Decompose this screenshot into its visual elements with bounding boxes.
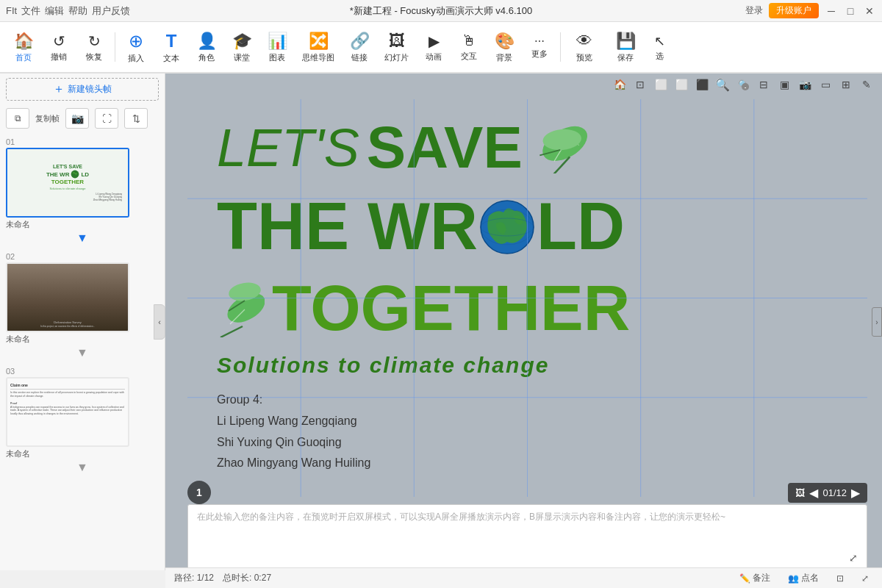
canvas-toolbar: 🏠 ⊡ ⬜ ⬜ ⬛ 🔍 🔍- ⊟ ▣ 📷 ▭ ⊞ ✎ <box>604 74 882 96</box>
main-area: ＋ 新建镜头帧 ⧉ 复制帧 📷 ⛶ ⇅ 01 <box>0 74 882 570</box>
sort-icon: ⇅ <box>132 113 140 124</box>
toolbar-chart[interactable]: 📊 图表 <box>259 25 295 69</box>
redo-label: 恢复 <box>86 51 102 62</box>
fit-status-button[interactable]: ⊡ <box>832 572 848 585</box>
toolbar-save[interactable]: 💾 保存 <box>605 25 646 69</box>
canvas-photo-btn[interactable]: 📷 <box>795 76 814 93</box>
camera-button[interactable]: 📷 <box>65 108 89 129</box>
svg-line-20 <box>220 326 243 337</box>
toolbar-mindmap[interactable]: 🔀 思维导图 <box>295 25 342 69</box>
close-button[interactable]: ✕ <box>863 4 876 18</box>
text-save: SAVE <box>367 114 523 182</box>
slide-item-2[interactable]: 02 Deforestation Survey In this project,… <box>0 248 165 346</box>
canvas-zoomout-btn[interactable]: 🔍- <box>734 76 753 93</box>
menu-file[interactable]: 文件 <box>21 4 40 18</box>
sort-button[interactable]: ⇅ <box>124 108 148 129</box>
annotation-button[interactable]: ✏️ 备注 <box>735 570 775 586</box>
status-right: ✏️ 备注 👥 点名 ⊡ ⤢ <box>735 570 873 586</box>
left-collapse-button[interactable]: ‹ <box>154 304 165 340</box>
status-path: 路径: 1/12 <box>174 572 214 584</box>
toolbar-insert[interactable]: ⊕ 插入 <box>118 25 154 69</box>
minimize-button[interactable]: ─ <box>825 4 838 18</box>
nav-prev-button[interactable]: ◀ <box>809 486 818 500</box>
fit-button[interactable]: ⛶ <box>95 108 118 129</box>
titlebar: FIt 文件 编辑 帮助 用户反馈 *新建工程 - Focusky动画演示大师 … <box>0 0 882 22</box>
slide-actions: ⧉ 复制帧 📷 ⛶ ⇅ <box>0 105 165 133</box>
canvas-align-btn[interactable]: ▣ <box>775 76 794 93</box>
toolbar-undo[interactable]: ↺ 撤销 <box>41 25 76 69</box>
insert-icon: ⊕ <box>129 31 143 51</box>
canvas-edit-btn[interactable]: ✎ <box>857 76 876 93</box>
toolbar-role[interactable]: 👤 角色 <box>189 25 224 69</box>
login-button[interactable]: 登录 <box>745 4 763 17</box>
text-solutions: Solutions to climate change <box>217 353 549 378</box>
slide-icon: 🖼 <box>389 32 405 51</box>
menu-fit[interactable]: FIt <box>6 5 17 16</box>
toolbar-home[interactable]: 🏠 首页 <box>6 25 41 69</box>
canvas-multi-btn[interactable]: ⬛ <box>692 76 711 93</box>
toolbar-class[interactable]: 🎓 课堂 <box>224 25 259 69</box>
copy-frame-button[interactable]: ⧉ <box>6 108 29 129</box>
redo-icon: ↻ <box>88 32 101 50</box>
toolbar-preview[interactable]: 👁 预览 <box>564 25 605 69</box>
statusbar: 路径: 1/12 总时长: 0:27 ✏️ 备注 👥 点名 ⊡ ⤢ <box>165 567 882 588</box>
slide-thumb-2: Deforestation Survey In this project, we… <box>6 262 129 332</box>
toolbar-select[interactable]: ↖ 选 <box>646 25 673 69</box>
slide-item-3[interactable]: 03 Claim one In this section we explore … <box>0 362 165 461</box>
annotation-label: 备注 <box>753 572 770 584</box>
canvas-grid2-btn[interactable]: ⊞ <box>836 76 856 93</box>
chart-label: 图表 <box>269 52 285 63</box>
toolbar-anim[interactable]: ▶ 动画 <box>416 25 451 69</box>
slide-num-3: 03 <box>6 367 15 376</box>
toolbar-link[interactable]: 🔗 链接 <box>342 25 377 69</box>
toolbar-slide[interactable]: 🖼 幻灯片 <box>377 25 416 69</box>
canvas-frame-btn[interactable]: ⬜ <box>651 76 670 93</box>
canvas-home-btn[interactable]: 🏠 <box>610 76 629 93</box>
toolbar-interact[interactable]: 🖱 交互 <box>451 25 487 69</box>
chart-icon: 📊 <box>268 32 287 51</box>
anim-label: 动画 <box>426 51 442 62</box>
notes-placeholder[interactable]: 在此处输入您的备注内容，在预览时开启双屏模式，可以实现A屏全屏播放演示内容，B屏… <box>197 511 849 523</box>
slide-item-1[interactable]: 01 LET'S SAVE THE WR LD TOGETHER Solutio… <box>0 133 165 232</box>
status-duration: 总时长: 0:27 <box>223 572 271 584</box>
toolbar-bg[interactable]: 🎨 背景 <box>487 25 522 69</box>
slide-label: 幻灯片 <box>384 52 409 63</box>
text-together: TOGETHER <box>272 270 630 345</box>
slide-name-3: 未命名 <box>6 448 30 459</box>
fit-icon: ⛶ <box>102 113 112 124</box>
slide-arrow-3: ▼ <box>0 461 165 477</box>
menu-edit[interactable]: 编辑 <box>45 4 64 18</box>
upgrade-button[interactable]: 升级账户 <box>769 3 819 18</box>
toolbar-redo[interactable]: ↻ 恢复 <box>76 25 112 69</box>
status-left: 路径: 1/12 总时长: 0:27 <box>174 572 271 584</box>
points-button[interactable]: 👥 点名 <box>784 570 823 586</box>
slide-thumb-1: LET'S SAVE THE WR LD TOGETHER Solutions … <box>6 148 129 218</box>
right-collapse-button[interactable]: › <box>872 307 882 337</box>
menu-feedback[interactable]: 用户反馈 <box>92 4 130 18</box>
earth-icon <box>478 198 537 257</box>
canvas-grid-btn[interactable]: ⊟ <box>754 76 773 93</box>
canvas-copy-btn[interactable]: ⬜ <box>672 76 691 93</box>
home-label: 首页 <box>15 52 32 63</box>
class-label: 课堂 <box>234 52 250 63</box>
points-icon: 👥 <box>788 573 799 584</box>
canvas-zoomin-btn[interactable]: 🔍 <box>713 76 732 93</box>
nav-next-button[interactable]: ▶ <box>851 486 860 500</box>
together-row: TOGETHER <box>217 270 630 345</box>
copy-icon: ⧉ <box>15 113 21 123</box>
plus-icon: ＋ <box>53 82 65 97</box>
slide-num-1: 01 <box>6 137 15 146</box>
more-label: 更多 <box>531 49 548 60</box>
toolbar-more[interactable]: ⋯ 更多 <box>522 25 557 69</box>
notes-expand-button[interactable]: ⤢ <box>849 552 858 564</box>
title-row-1: LET'S SAVE <box>217 114 596 182</box>
new-shot-button[interactable]: ＋ 新建镜头帧 <box>6 78 159 101</box>
text-lets: LET'S <box>217 118 359 178</box>
canvas-fit-btn[interactable]: ⊡ <box>631 76 650 93</box>
canvas-rect-btn[interactable]: ▭ <box>816 76 835 93</box>
menu-help[interactable]: 帮助 <box>68 4 87 18</box>
fit-status-icon: ⊡ <box>836 573 844 584</box>
toolbar-text[interactable]: T 文本 <box>154 25 189 69</box>
expand-status-button[interactable]: ⤢ <box>857 572 873 585</box>
maximize-button[interactable]: □ <box>844 4 857 18</box>
